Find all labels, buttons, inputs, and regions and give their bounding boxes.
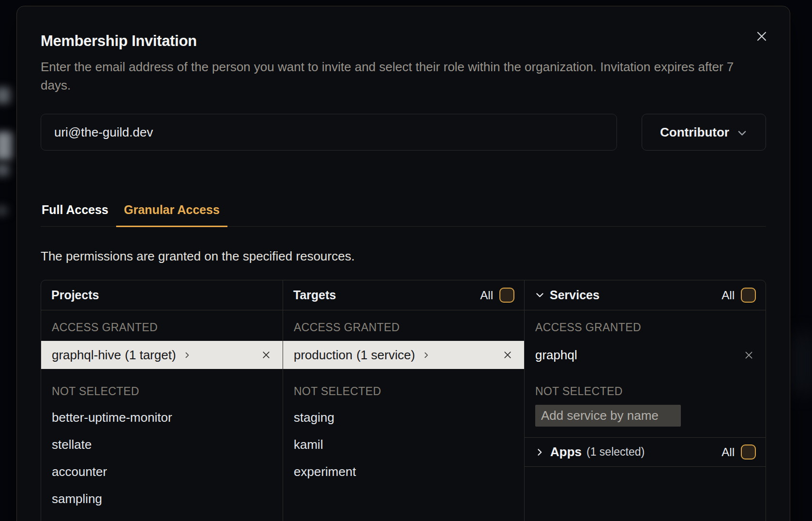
chevron-down-icon: [535, 290, 545, 300]
projects-header-label: Projects: [51, 288, 99, 302]
add-service-input[interactable]: [535, 405, 681, 427]
services-column: Services All ACCESS GRANTED graphql NOT …: [524, 280, 766, 521]
granted-service-name: graphql: [535, 348, 577, 363]
project-item[interactable]: federation-and-app-deployments: [41, 512, 283, 521]
apps-all-wrap: All: [722, 444, 756, 460]
x-icon: [261, 350, 271, 360]
permissions-table: Projects ACCESS GRANTED graphql-hive (1 …: [41, 280, 766, 521]
permissions-note: The permissions are granted on the speci…: [41, 249, 766, 264]
email-input[interactable]: [41, 114, 617, 151]
selected-target-row[interactable]: production (1 service): [283, 341, 524, 369]
targets-all-wrap: All: [480, 288, 514, 303]
chevron-right-icon: [535, 447, 544, 457]
projects-column: Projects ACCESS GRANTED graphql-hive (1 …: [41, 280, 283, 521]
chevron-down-icon: [737, 127, 748, 138]
apps-selected-count: (1 selected): [586, 445, 645, 459]
selected-project-row[interactable]: graphql-hive (1 target): [41, 341, 283, 369]
dialog-title: Membership Invitation: [41, 32, 766, 50]
project-item[interactable]: better-uptime-monitor: [41, 404, 283, 431]
remove-service-icon[interactable]: [744, 350, 754, 360]
background-fragment: [0, 87, 11, 104]
target-item[interactable]: kamil: [283, 431, 524, 458]
background-fragment: [0, 206, 8, 215]
membership-invitation-dialog: Membership Invitation Enter the email ad…: [16, 6, 790, 521]
apps-all-label: All: [722, 445, 735, 459]
targets-header-label: Targets: [293, 288, 336, 302]
services-header[interactable]: Services All: [525, 280, 766, 310]
services-all-label: All: [722, 289, 735, 302]
apps-section-title: Apps: [550, 444, 582, 460]
tab-full-access[interactable]: Full Access: [41, 203, 116, 227]
background-glow: [790, 334, 812, 392]
chevron-right-icon: [422, 351, 430, 359]
remove-project-icon[interactable]: [261, 350, 271, 360]
services-header-label: Services: [550, 288, 600, 302]
targets-all-label: All: [480, 289, 493, 302]
targets-not-selected-label: NOT SELECTED: [283, 385, 524, 398]
target-item[interactable]: experiment: [283, 458, 524, 485]
services-all-wrap: All: [722, 288, 756, 303]
tab-granular-access[interactable]: Granular Access: [116, 203, 227, 227]
invite-form-row: Contributor: [41, 114, 766, 151]
project-item[interactable]: accounter: [41, 458, 283, 485]
selected-target-detail: (1 service): [356, 348, 415, 363]
services-not-selected-label: NOT SELECTED: [525, 385, 766, 398]
projects-not-selected-label: NOT SELECTED: [41, 385, 283, 398]
granted-service-row: graphql: [525, 341, 766, 369]
remove-target-icon[interactable]: [503, 350, 512, 360]
role-select[interactable]: Contributor: [642, 114, 766, 151]
access-tabs: Full Access Granular Access: [41, 203, 766, 227]
target-item[interactable]: staging: [283, 404, 524, 431]
services-all-checkbox[interactable]: [741, 288, 756, 303]
targets-access-granted-label: ACCESS GRANTED: [283, 321, 524, 334]
projects-access-granted-label: ACCESS GRANTED: [41, 321, 283, 334]
x-icon: [503, 350, 512, 360]
selected-project-name: graphql-hive: [52, 348, 121, 363]
apps-all-checkbox[interactable]: [741, 444, 756, 460]
targets-header: Targets All: [283, 280, 524, 310]
targets-all-checkbox[interactable]: [499, 288, 514, 303]
projects-not-selected-list: better-uptime-monitor stellate accounter…: [41, 404, 283, 521]
targets-column: Targets All ACCESS GRANTED production (1…: [283, 280, 524, 521]
chevron-right-icon: [183, 351, 191, 359]
selected-project-detail: (1 target): [125, 348, 176, 363]
selected-target-name: production: [294, 348, 352, 363]
targets-not-selected-list: staging kamil experiment: [283, 404, 524, 485]
project-item[interactable]: stellate: [41, 431, 283, 458]
dialog-description: Enter the email address of the person yo…: [41, 58, 764, 94]
background-fragment: [0, 132, 13, 160]
role-select-value: Contributor: [660, 125, 729, 140]
background-fragment: [0, 164, 10, 176]
project-item[interactable]: sampling: [41, 485, 283, 512]
services-access-granted-label: ACCESS GRANTED: [525, 321, 766, 334]
x-icon: [744, 350, 754, 360]
apps-section-row[interactable]: Apps (1 selected) All: [525, 437, 766, 467]
projects-header: Projects: [41, 280, 283, 310]
